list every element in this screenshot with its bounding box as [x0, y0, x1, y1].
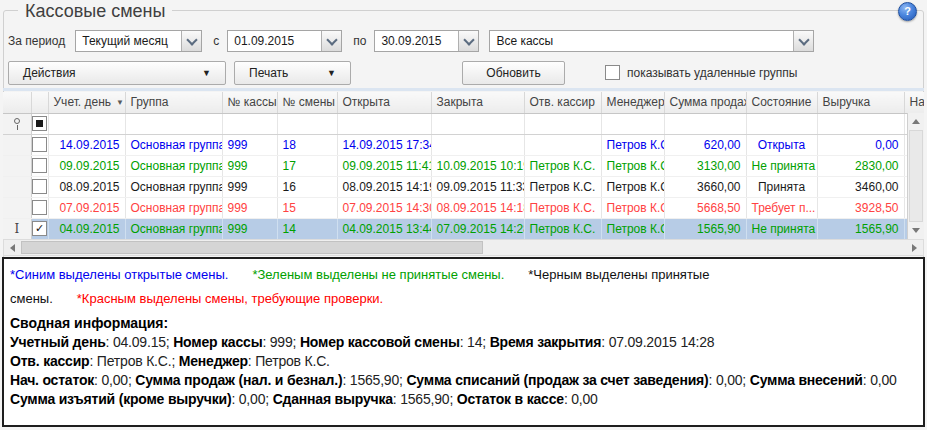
filter-cell[interactable] [277, 113, 337, 134]
cell-no-smeny: 18 [277, 134, 337, 155]
cell-otkryta: 09.09.2015 11:41 [337, 155, 431, 176]
from-label: с [213, 34, 219, 48]
column-header-menedzher[interactable]: Менеджер [601, 92, 664, 113]
cell-uchet-den: 08.09.2015 [48, 176, 125, 197]
column-header-nach-ostatok[interactable]: Нач. остаток [904, 92, 924, 113]
column-header-no-kassy[interactable]: № кассы [222, 92, 277, 113]
select-all-checkbox[interactable] [32, 116, 47, 131]
chevron-down-icon[interactable] [321, 31, 341, 51]
row-checkbox[interactable] [32, 200, 47, 215]
arrow-right-icon [912, 244, 917, 252]
checkbox-box[interactable] [605, 65, 620, 80]
cell-vyruchka: 0,00 [817, 134, 904, 155]
row-checkbox[interactable] [32, 137, 47, 152]
column-header-sostoyanie[interactable]: Состояние [746, 92, 817, 113]
row-checkbox[interactable]: ✓ [32, 221, 47, 236]
column-header-otv-kassir[interactable]: Отв. кассир [524, 92, 601, 113]
cell-menedzher: Петров К.С. [601, 197, 664, 218]
refresh-button[interactable]: Обновить [462, 61, 565, 85]
scroll-up-button[interactable] [908, 113, 924, 130]
arrow-down-icon [912, 228, 920, 233]
cell-gruppa: Основная группа [125, 134, 222, 155]
cell-otv-kassir: Петров К.С. [524, 155, 601, 176]
chevron-down-icon[interactable] [793, 31, 813, 51]
cell-no-kassy: 999 [222, 176, 277, 197]
table-row[interactable]: 09.09.2015Основная группа9991709.09.2015… [3, 155, 924, 176]
actions-button-label: Действия [23, 66, 76, 80]
cell-otkryta: 14.09.2015 17:34 [337, 134, 431, 155]
cell-menedzher: Петров К.С. [601, 134, 664, 155]
cell-vyruchka: 2830,00 [817, 155, 904, 176]
period-value: Текущий месяц [76, 34, 181, 48]
legend: *Синим выделены открытые смены.*Зеленым … [10, 263, 917, 311]
column-header-label: Учет. день [54, 95, 112, 109]
filter-cell[interactable] [222, 113, 277, 134]
summary-lines: Учетный день: 04.09.15; Номер кассы: 999… [10, 333, 917, 409]
cell-zakryta [431, 134, 524, 155]
filter-cell[interactable] [125, 113, 222, 134]
column-header-otkryta[interactable]: Открыта [337, 92, 431, 113]
column-header-label: Закрыта [437, 95, 484, 109]
cell-no-smeny: 15 [277, 197, 337, 218]
column-header-zakryta[interactable]: Закрыта [431, 92, 524, 113]
filter-cell[interactable] [48, 113, 125, 134]
column-header-label: Открыта [343, 95, 390, 109]
row-checkbox[interactable] [32, 158, 47, 173]
table-row[interactable]: I✓04.09.2015Основная группа9991404.09.20… [3, 218, 924, 239]
column-header-gruppa[interactable]: Группа [125, 92, 222, 113]
show-deleted-groups-checkbox[interactable]: показывать удаленные группы [605, 65, 797, 80]
summary-line: Отв. кассир: Петров К.С.; Менеджер: Петр… [10, 352, 917, 371]
legend-item: *Красным выделены смены, требующие прове… [77, 291, 383, 306]
table-row[interactable]: 08.09.2015Основная группа9991608.09.2015… [3, 176, 924, 197]
scroll-left-button[interactable] [4, 240, 21, 255]
filter-cell[interactable] [601, 113, 664, 134]
header-checkbox-cell [31, 92, 48, 113]
actions-button[interactable]: Действия ▼ [8, 61, 226, 85]
date-from-input[interactable]: 01.09.2015 [227, 30, 342, 52]
cell-no-kassy: 999 [222, 218, 277, 239]
column-header-vyruchka[interactable]: Выручка [817, 92, 904, 113]
vertical-scrollbar[interactable] [907, 113, 924, 239]
cell-sostoyanie: Не принята [746, 218, 817, 239]
column-header-label: Сумма продаж [670, 95, 747, 109]
filter-cell[interactable] [664, 113, 746, 134]
cell-no-kassy: 999 [222, 134, 277, 155]
filter-cell[interactable] [337, 113, 431, 134]
cell-gruppa: Основная группа [125, 155, 222, 176]
cell-otv-kassir: Петров К.С. [524, 197, 601, 218]
date-to-input[interactable]: 30.09.2015 [374, 30, 479, 52]
cell-uchet-den: 04.09.2015 [48, 218, 125, 239]
chevron-down-icon[interactable] [458, 31, 478, 51]
scroll-down-button[interactable] [908, 222, 924, 239]
column-header-label: № кассы [228, 95, 277, 109]
cell-uchet-den: 09.09.2015 [48, 155, 125, 176]
cell-no-kassy: 999 [222, 155, 277, 176]
vertical-scroll-thumb[interactable] [909, 130, 923, 222]
horizontal-scrollbar[interactable] [3, 239, 924, 256]
filter-cell[interactable] [524, 113, 601, 134]
table-row[interactable]: 14.09.2015Основная группа9991814.09.2015… [3, 134, 924, 155]
horizontal-scroll-thumb[interactable] [21, 241, 483, 254]
check-icon: ✓ [33, 222, 46, 234]
column-header-uchet-den[interactable]: Учет. день▼ [48, 92, 125, 113]
summary-line: Сумма изъятий (кроме выручки): 0,00; Сда… [10, 390, 917, 409]
table-row[interactable]: 07.09.2015Основная группа9991507.09.2015… [3, 197, 924, 218]
scroll-right-button[interactable] [906, 240, 923, 255]
chevron-down-icon[interactable] [181, 31, 201, 51]
column-header-label: Менеджер [607, 95, 665, 109]
help-icon[interactable]: ? [898, 2, 917, 21]
filter-row-pin-icon [3, 113, 31, 134]
header-indicator-cell [3, 92, 31, 113]
filter-cell[interactable] [746, 113, 817, 134]
column-header-no-smeny[interactable]: № смены [277, 92, 337, 113]
filter-cell[interactable] [431, 113, 524, 134]
date-from-value: 01.09.2015 [228, 34, 321, 48]
filter-cell[interactable] [817, 113, 904, 134]
period-select[interactable]: Текущий месяц [75, 30, 202, 52]
print-button[interactable]: Печать ▼ [234, 61, 351, 85]
row-indicator-cell [3, 176, 31, 197]
cashbox-select[interactable]: Все кассы [489, 30, 814, 52]
row-checkbox[interactable] [32, 179, 47, 194]
column-header-summa-prodazh[interactable]: Сумма продаж [664, 92, 746, 113]
cell-vyruchka: 3928,50 [817, 197, 904, 218]
